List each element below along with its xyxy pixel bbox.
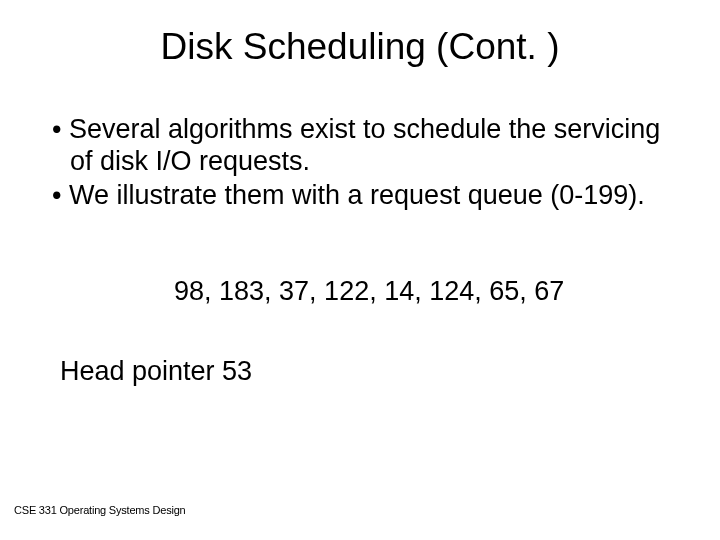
slide: Disk Scheduling (Cont. ) Several algorit… bbox=[0, 0, 720, 540]
footer-text: CSE 331 Operating Systems Design bbox=[14, 504, 186, 516]
request-queue-line: 98, 183, 37, 122, 14, 124, 65, 67 bbox=[52, 276, 668, 307]
bullet-list: Several algorithms exist to schedule the… bbox=[52, 114, 668, 212]
slide-title: Disk Scheduling (Cont. ) bbox=[0, 0, 720, 68]
bullet-item: We illustrate them with a request queue … bbox=[52, 180, 668, 212]
slide-body: Several algorithms exist to schedule the… bbox=[0, 68, 720, 387]
head-pointer-line: Head pointer 53 bbox=[52, 356, 668, 387]
bullet-item: Several algorithms exist to schedule the… bbox=[52, 114, 668, 178]
